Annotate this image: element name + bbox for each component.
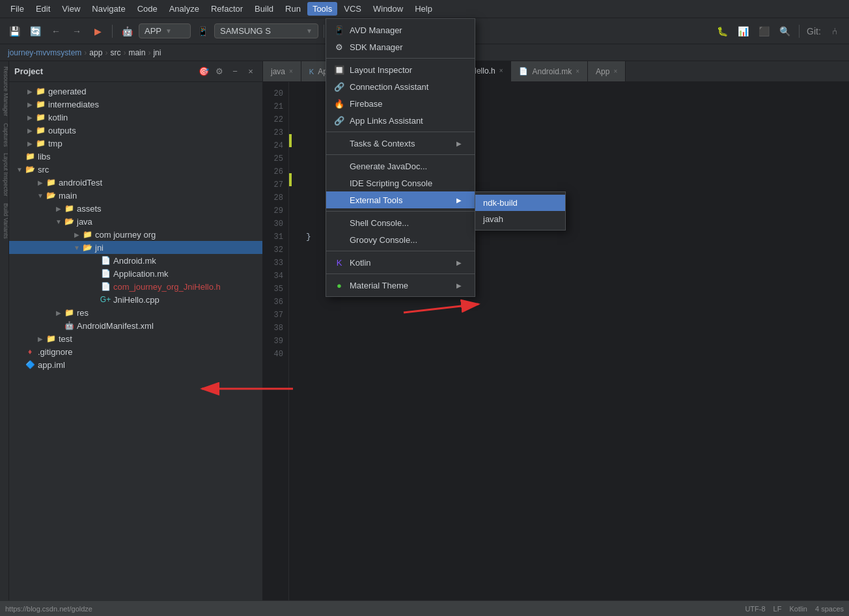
tree-item-generated[interactable]: ▶ 📁 generated — [9, 85, 262, 98]
menu-item-groovy[interactable]: Groovy Console... — [326, 231, 475, 248]
tree-item-main[interactable]: ▼ 📂 main — [9, 189, 262, 202]
breadcrumb-jni[interactable]: jni — [153, 48, 161, 57]
menubar-window[interactable]: Window — [368, 2, 408, 16]
tab-app[interactable]: App × — [588, 61, 626, 82]
left-strip-build-variants[interactable]: Build Variants — [0, 201, 9, 242]
tab-app-close[interactable]: × — [613, 68, 617, 75]
submenu-ndk-build-label: ndk-build — [483, 198, 518, 208]
menubar-code[interactable]: Code — [132, 2, 163, 16]
breadcrumb-src[interactable]: src — [110, 48, 120, 57]
menu-item-gendoc[interactable]: Generate JavaDoc... — [326, 158, 475, 175]
folder-icon-main: 📂 — [46, 190, 56, 201]
project-close-btn[interactable]: × — [244, 65, 257, 78]
tab-android-mk-close[interactable]: × — [576, 68, 579, 75]
submenu-ndk-build[interactable]: ndk-build — [475, 195, 565, 211]
tree-item-res[interactable]: ▶ 📁 res — [9, 306, 262, 319]
breadcrumb-main[interactable]: main — [128, 48, 145, 57]
toolbar-profile-btn[interactable]: 📊 — [734, 22, 752, 40]
menu-item-avd[interactable]: 📱 AVD Manager — [326, 21, 475, 38]
tree-item-intermediates[interactable]: ▶ 📁 intermediates — [9, 98, 262, 111]
menu-item-shell[interactable]: Shell Console... — [326, 214, 475, 231]
submenu-javah[interactable]: javah — [475, 211, 565, 227]
toolbar-android-btn[interactable]: 🤖 — [118, 22, 136, 40]
toolbar-app-dropdown[interactable]: APP ▼ — [139, 23, 191, 38]
toolbar-run-btn[interactable]: ▶ — [89, 22, 107, 40]
menu-item-external-tools[interactable]: External Tools ▶ ndk-build javah — [326, 191, 475, 208]
tab-android-mk[interactable]: 📄 Android.mk × — [511, 61, 588, 82]
project-minimize-btn[interactable]: − — [229, 65, 242, 78]
tree-item-android-mk[interactable]: 📄 Android.mk — [9, 254, 262, 267]
menubar-analyze[interactable]: Analyze — [164, 2, 204, 16]
menu-item-sdk[interactable]: ⚙ SDK Manager — [326, 38, 475, 55]
menubar-build[interactable]: Build — [249, 2, 279, 16]
menubar-view[interactable]: View — [57, 2, 85, 16]
toolbar-debug-btn[interactable]: 🐛 — [713, 22, 731, 40]
tree-item-jnihello-h[interactable]: 📄 com_journey_org_JniHello.h — [9, 280, 262, 293]
menu-item-external-tools-label: External Tools — [350, 195, 402, 205]
tree-item-outputs[interactable]: ▶ 📁 outputs — [9, 124, 262, 137]
toolbar-forward-btn[interactable]: → — [68, 22, 86, 40]
toolbar-coverage-btn[interactable]: 🔍 — [775, 22, 794, 40]
toolbar-device-dropdown[interactable]: SAMSUNG S ▼ — [214, 23, 318, 38]
folder-icon-libs: 📁 — [25, 151, 35, 161]
folder-icon-kotlin: 📁 — [35, 112, 46, 122]
menu-item-kotlin[interactable]: K Kotlin ▶ — [326, 254, 475, 271]
file-icon-android-mk: 📄 — [100, 255, 111, 266]
tree-item-tmp[interactable]: ▶ 📁 tmp — [9, 137, 262, 150]
menu-item-material-theme[interactable]: ● Material Theme ▶ — [326, 277, 475, 294]
tree-item-jni[interactable]: ▼ 📂 jni — [9, 241, 262, 254]
menubar-edit[interactable]: Edit — [31, 2, 55, 16]
tree-item-application-mk[interactable]: 📄 Application.mk — [9, 267, 262, 280]
tab-java-close[interactable]: × — [289, 68, 293, 75]
project-scope-btn[interactable]: 🎯 — [197, 65, 210, 78]
menu-item-ide-scripting[interactable]: IDE Scripting Console — [326, 175, 475, 191]
left-strip-layout-inspector[interactable]: Layout Inspector — [0, 150, 9, 199]
menu-item-layout[interactable]: 🔲 Layout Inspector — [326, 61, 475, 78]
menubar-help[interactable]: Help — [410, 2, 438, 16]
sdk-icon: ⚙ — [334, 42, 344, 52]
toolbar-vcs-btn[interactable]: ⑃ — [826, 22, 844, 40]
tree-item-comjourneyorg[interactable]: ▶ 📁 com journey org — [9, 228, 262, 241]
menu-item-applinks-label: App Links Assistant — [350, 116, 423, 126]
toolbar-device-icon[interactable]: 📱 — [193, 22, 212, 40]
tree-item-gitignore[interactable]: ♦ .gitignore — [9, 345, 262, 358]
tree-arrow-generated: ▶ — [25, 86, 35, 96]
menubar-refactor[interactable]: Refactor — [206, 2, 248, 16]
file-icon-jnihello-cpp: G+ — [100, 294, 111, 305]
tree-item-libs[interactable]: 📁 libs — [9, 150, 262, 163]
breadcrumb-project[interactable]: journey-mvvmsystem — [8, 48, 81, 57]
tree-item-test[interactable]: ▶ 📁 test — [9, 332, 262, 345]
menubar-tools[interactable]: Tools — [307, 2, 337, 16]
toolbar-save-btn[interactable]: 💾 — [5, 22, 23, 40]
left-strip-captures[interactable]: Captures — [0, 120, 9, 150]
menubar-file[interactable]: File — [5, 2, 29, 16]
tab-jnihello-h-close[interactable]: × — [499, 67, 503, 74]
tree-item-assets[interactable]: ▶ 📁 assets — [9, 202, 262, 215]
menu-item-applinks[interactable]: 🔗 App Links Assistant — [326, 112, 475, 129]
menu-item-tasks[interactable]: Tasks & Contexts ▶ — [326, 135, 475, 152]
menubar-run[interactable]: Run — [280, 2, 306, 16]
menu-item-firebase[interactable]: 🔥 Firebase — [326, 95, 475, 112]
breadcrumb-app[interactable]: app — [89, 48, 102, 57]
tree-item-androidTest[interactable]: ▶ 📁 androidTest — [9, 176, 262, 189]
breadcrumb-sep2: › — [105, 48, 107, 57]
toolbar-back-btn[interactable]: ← — [47, 22, 65, 40]
toolbar-git-btn[interactable]: Git: — [805, 22, 823, 40]
tree-item-src[interactable]: ▼ 📂 src — [9, 163, 262, 176]
project-panel-header: Project 🎯 ⚙ − × — [9, 61, 262, 82]
tree-arrow-assets: ▶ — [53, 203, 64, 214]
tree-item-kotlin[interactable]: ▶ 📁 kotlin — [9, 111, 262, 124]
left-strip-resource-manager[interactable]: Resource Manager — [0, 64, 9, 119]
menubar-vcs[interactable]: VCS — [339, 2, 367, 16]
toolbar-stop-btn[interactable]: ⬛ — [755, 22, 773, 40]
tab-java[interactable]: java × — [263, 61, 301, 82]
toolbar-sync-btn[interactable]: 🔄 — [26, 22, 44, 40]
project-settings-btn[interactable]: ⚙ — [213, 65, 226, 78]
tree-item-app-iml[interactable]: 🔷 app.iml — [9, 358, 262, 371]
menubar-navigate[interactable]: Navigate — [87, 2, 130, 16]
tree-item-java[interactable]: ▼ 📂 java — [9, 215, 262, 228]
tree-item-androidmanifest[interactable]: 🤖 AndroidManifest.xml — [9, 319, 262, 332]
tree-item-jnihello-cpp[interactable]: G+ JniHello.cpp — [9, 293, 262, 306]
tree-label-app-iml: app.iml — [38, 360, 65, 370]
menu-item-connection[interactable]: 🔗 Connection Assistant — [326, 78, 475, 95]
